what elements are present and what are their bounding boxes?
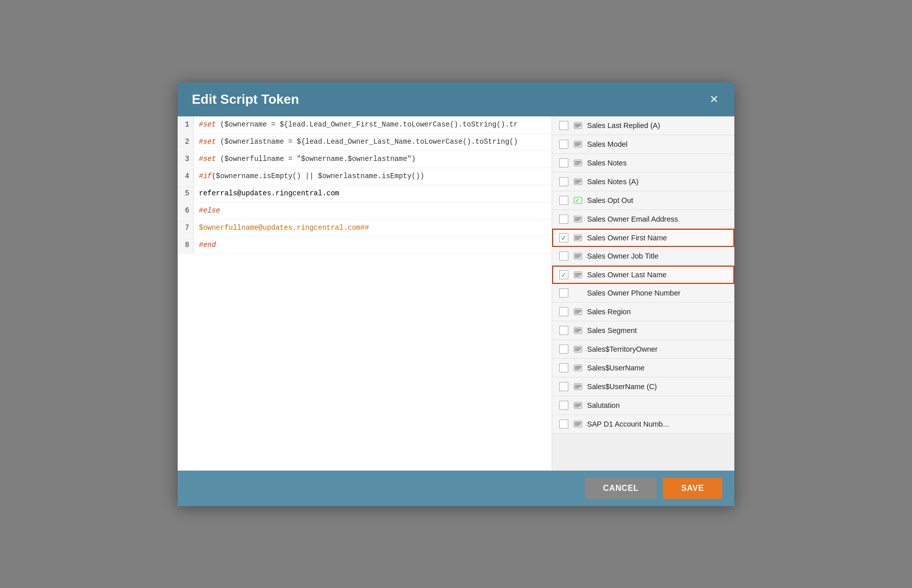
line-number: 8 (178, 237, 194, 253)
token-checkbox[interactable] (559, 158, 568, 167)
token-item[interactable]: ✓ Sales Owner Last Name (552, 266, 734, 284)
token-item[interactable]: Sales Region (552, 303, 734, 321)
text-icon (572, 177, 584, 186)
phone-icon: 📞 (572, 288, 584, 298)
token-label: Sales$UserName (C) (587, 383, 727, 391)
token-item[interactable]: Sales$UserName (C) (552, 377, 734, 396)
token-item[interactable]: Sales$TerritoryOwner (552, 340, 734, 359)
code-line: 5referrals@updates.ringcentral.com (178, 185, 552, 202)
line-content: #end (194, 237, 552, 253)
token-item[interactable]: Salutation (552, 396, 734, 415)
code-line: 2#set ($ownerlastname = ${lead.Lead_Owne… (178, 134, 552, 151)
token-label: Sales$UserName (587, 364, 727, 372)
text-icon (572, 401, 584, 410)
token-checkbox[interactable] (559, 419, 568, 429)
text-icon (572, 251, 584, 261)
line-number: 1 (178, 116, 194, 133)
code-line: 8#end (178, 237, 552, 254)
modal-header: Edit Script Token × (178, 82, 734, 116)
token-label: Salutation (587, 401, 727, 409)
line-number: 5 (178, 185, 194, 201)
token-item[interactable]: ✓ Sales Opt Out (552, 191, 734, 210)
token-checkbox[interactable] (559, 177, 568, 186)
text-icon (572, 158, 584, 167)
token-label: Sales Owner Email Address (587, 215, 727, 223)
close-button[interactable]: × (708, 92, 720, 106)
token-item[interactable]: Sales Last Replied (A) (552, 116, 734, 135)
line-number: 7 (178, 220, 194, 236)
code-panel: 1#set ($ownername = ${lead.Lead_Owner_Fi… (178, 116, 552, 471)
token-label: Sales Model (587, 140, 727, 148)
token-checkbox[interactable] (559, 326, 568, 335)
token-item[interactable]: Sales Segment (552, 321, 734, 340)
text-icon (572, 363, 584, 372)
line-content: $ownerfullname@updates.ringcentral.com## (194, 220, 552, 236)
text-icon (572, 419, 584, 429)
token-label: Sales Opt Out (587, 196, 727, 204)
token-checkbox[interactable] (559, 382, 568, 391)
token-label: Sales Owner Phone Number (587, 289, 727, 297)
text-icon (572, 270, 584, 279)
token-item[interactable]: Sales Owner Email Address (552, 210, 734, 229)
token-checkbox[interactable] (559, 196, 568, 205)
token-item[interactable]: Sales Owner Job Title (552, 247, 734, 266)
token-checkbox[interactable]: ✓ (559, 233, 568, 242)
token-item[interactable]: Sales$UserName (552, 359, 734, 377)
token-checkbox[interactable] (559, 215, 568, 224)
token-label: Sales Owner First Name (587, 234, 727, 242)
token-label: Sales Region (587, 308, 727, 316)
line-content: #set ($ownername = ${lead.Lead_Owner_Fir… (194, 116, 552, 133)
token-item[interactable]: Sales Notes (A) (552, 173, 734, 191)
line-number: 3 (178, 151, 194, 167)
token-checkbox[interactable] (559, 363, 568, 372)
token-label: SAP D1 Account Numb... (587, 420, 727, 428)
text-icon (572, 345, 584, 354)
token-checkbox[interactable] (559, 401, 568, 410)
text-icon (572, 233, 584, 242)
token-item[interactable]: 📞 Sales Owner Phone Number (552, 284, 734, 303)
line-content: #set ($ownerfullname = "$ownername.$owne… (194, 151, 552, 167)
token-checkbox[interactable] (559, 140, 568, 149)
text-icon (572, 215, 584, 224)
save-button[interactable]: SAVE (663, 478, 722, 499)
code-line: 3#set ($ownerfullname = "$ownername.$own… (178, 151, 552, 168)
token-checkbox[interactable] (559, 345, 568, 354)
token-checkbox[interactable] (559, 251, 568, 261)
token-label: Sales Segment (587, 326, 727, 334)
token-item[interactable]: Sales Model (552, 135, 734, 154)
token-item[interactable]: ✓ Sales Owner First Name (552, 229, 734, 247)
text-icon (572, 307, 584, 316)
token-label: Sales Owner Job Title (587, 252, 727, 260)
cancel-button[interactable]: CANCEL (585, 478, 657, 499)
text-icon (572, 382, 584, 391)
modal-footer: CANCEL SAVE (178, 471, 734, 506)
code-line: 6#else (178, 202, 552, 220)
line-content: #else (194, 202, 552, 219)
text-icon (572, 121, 584, 130)
token-panel: Sales Last Replied (A) Sales Model Sales… (552, 116, 734, 471)
modal-title: Edit Script Token (192, 92, 299, 107)
edit-script-token-modal: Edit Script Token × 1#set ($ownername = … (178, 82, 734, 506)
token-item[interactable]: Sales Notes (552, 154, 734, 173)
token-checkbox[interactable] (559, 288, 568, 298)
token-checkbox[interactable]: ✓ (559, 270, 568, 279)
modal-body: 1#set ($ownername = ${lead.Lead_Owner_Fi… (178, 116, 734, 471)
code-line: 1#set ($ownername = ${lead.Lead_Owner_Fi… (178, 116, 552, 134)
text-icon (572, 140, 584, 149)
token-checkbox[interactable] (559, 307, 568, 316)
token-label: Sales Notes (A) (587, 178, 727, 186)
line-number: 2 (178, 134, 194, 150)
token-item[interactable]: SAP D1 Account Numb... (552, 415, 734, 434)
line-number: 6 (178, 202, 194, 219)
code-line: 7$ownerfullname@updates.ringcentral.com#… (178, 220, 552, 237)
token-label: Sales Owner Last Name (587, 271, 727, 279)
line-content: referrals@updates.ringcentral.com (194, 185, 552, 201)
svg-text:📞: 📞 (574, 289, 582, 297)
token-checkbox[interactable] (559, 121, 568, 130)
token-label: Sales Notes (587, 159, 727, 167)
code-line: 4#if($ownername.isEmpty() || $ownerlastn… (178, 168, 552, 185)
line-number: 4 (178, 168, 194, 184)
check-icon: ✓ (572, 196, 584, 205)
line-content: #if($ownername.isEmpty() || $ownerlastna… (194, 168, 552, 184)
token-label: Sales Last Replied (A) (587, 121, 727, 130)
